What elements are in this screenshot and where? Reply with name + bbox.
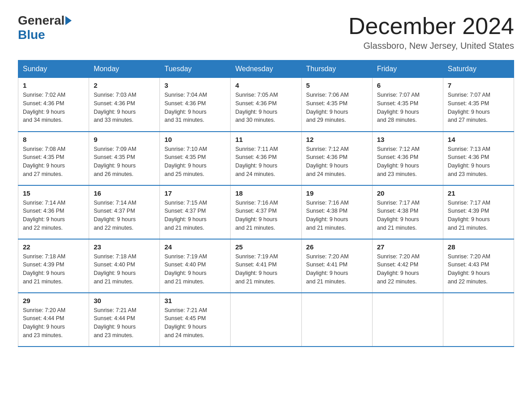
calendar-cell: 12 Sunrise: 7:12 AMSunset: 4:36 PMDaylig…: [301, 132, 372, 185]
day-info: Sunrise: 7:02 AMSunset: 4:36 PMDaylight:…: [23, 92, 65, 123]
calendar-cell: 23 Sunrise: 7:18 AMSunset: 4:40 PMDaylig…: [89, 239, 160, 293]
calendar-cell: 16 Sunrise: 7:14 AMSunset: 4:37 PMDaylig…: [89, 185, 160, 239]
day-number: 29: [23, 297, 84, 304]
day-info: Sunrise: 7:07 AMSunset: 4:35 PMDaylight:…: [377, 92, 420, 123]
day-info: Sunrise: 7:21 AMSunset: 4:45 PMDaylight:…: [164, 307, 207, 338]
day-info: Sunrise: 7:19 AMSunset: 4:40 PMDaylight:…: [164, 253, 207, 285]
day-number: 17: [164, 189, 226, 197]
day-number: 21: [448, 189, 509, 197]
calendar-week-row: 22 Sunrise: 7:18 AMSunset: 4:39 PMDaylig…: [18, 239, 514, 293]
calendar-cell: 21 Sunrise: 7:17 AMSunset: 4:39 PMDaylig…: [443, 185, 514, 239]
day-info: Sunrise: 7:08 AMSunset: 4:35 PMDaylight:…: [23, 146, 65, 177]
location: Glassboro, New Jersey, United States: [348, 41, 514, 51]
day-info: Sunrise: 7:16 AMSunset: 4:37 PMDaylight:…: [235, 200, 278, 231]
calendar-week-row: 29 Sunrise: 7:20 AMSunset: 4:44 PMDaylig…: [18, 293, 514, 347]
calendar-cell: [301, 293, 372, 347]
day-info: Sunrise: 7:17 AMSunset: 4:38 PMDaylight:…: [377, 200, 420, 231]
day-number: 30: [94, 297, 155, 304]
calendar-cell: [372, 293, 443, 347]
day-number: 3: [164, 81, 226, 89]
day-info: Sunrise: 7:12 AMSunset: 4:36 PMDaylight:…: [377, 146, 420, 177]
calendar-cell: 3 Sunrise: 7:04 AMSunset: 4:36 PMDayligh…: [160, 78, 231, 132]
day-number: 1: [23, 81, 84, 89]
calendar-header-friday: Friday: [372, 60, 443, 78]
day-number: 8: [23, 136, 84, 143]
day-number: 16: [94, 189, 155, 197]
logo-blue-text: Blue: [18, 28, 45, 42]
calendar-cell: 28 Sunrise: 7:20 AMSunset: 4:43 PMDaylig…: [443, 239, 514, 293]
calendar-cell: 1 Sunrise: 7:02 AMSunset: 4:36 PMDayligh…: [18, 78, 89, 132]
calendar-cell: 9 Sunrise: 7:09 AMSunset: 4:35 PMDayligh…: [89, 132, 160, 185]
calendar-cell: 24 Sunrise: 7:19 AMSunset: 4:40 PMDaylig…: [160, 239, 231, 293]
day-number: 22: [23, 243, 84, 251]
day-info: Sunrise: 7:14 AMSunset: 4:37 PMDaylight:…: [94, 200, 136, 231]
day-number: 9: [94, 136, 155, 143]
calendar-cell: [443, 293, 514, 347]
day-info: Sunrise: 7:20 AMSunset: 4:41 PMDaylight:…: [306, 253, 349, 285]
day-info: Sunrise: 7:11 AMSunset: 4:36 PMDaylight:…: [235, 146, 278, 177]
day-info: Sunrise: 7:20 AMSunset: 4:43 PMDaylight:…: [448, 253, 490, 285]
calendar-header-monday: Monday: [89, 60, 160, 78]
calendar-cell: 10 Sunrise: 7:10 AMSunset: 4:35 PMDaylig…: [160, 132, 231, 185]
day-info: Sunrise: 7:20 AMSunset: 4:42 PMDaylight:…: [377, 253, 420, 285]
day-number: 15: [23, 189, 84, 197]
month-title: December 2024: [348, 13, 514, 39]
day-number: 19: [306, 189, 368, 197]
calendar-cell: 6 Sunrise: 7:07 AMSunset: 4:35 PMDayligh…: [372, 78, 443, 132]
logo-arrow-icon: [65, 16, 72, 25]
calendar-header-thursday: Thursday: [301, 60, 372, 78]
day-number: 4: [235, 81, 296, 89]
day-number: 14: [448, 136, 509, 143]
day-info: Sunrise: 7:20 AMSunset: 4:44 PMDaylight:…: [23, 307, 65, 338]
calendar-cell: 26 Sunrise: 7:20 AMSunset: 4:41 PMDaylig…: [301, 239, 372, 293]
day-number: 20: [377, 189, 438, 197]
day-number: 13: [377, 136, 438, 143]
day-number: 11: [235, 136, 296, 143]
calendar-cell: 19 Sunrise: 7:16 AMSunset: 4:38 PMDaylig…: [301, 185, 372, 239]
day-number: 10: [164, 136, 226, 143]
calendar-table: SundayMondayTuesdayWednesdayThursdayFrid…: [18, 60, 514, 347]
calendar-header-row: SundayMondayTuesdayWednesdayThursdayFrid…: [18, 60, 514, 78]
calendar-week-row: 1 Sunrise: 7:02 AMSunset: 4:36 PMDayligh…: [18, 78, 514, 132]
day-info: Sunrise: 7:14 AMSunset: 4:36 PMDaylight:…: [23, 200, 65, 231]
day-number: 2: [94, 81, 155, 89]
calendar-cell: 5 Sunrise: 7:06 AMSunset: 4:35 PMDayligh…: [301, 78, 372, 132]
calendar-cell: [231, 293, 301, 347]
day-number: 6: [377, 81, 438, 89]
calendar-cell: 29 Sunrise: 7:20 AMSunset: 4:44 PMDaylig…: [18, 293, 89, 347]
day-info: Sunrise: 7:18 AMSunset: 4:39 PMDaylight:…: [23, 253, 65, 285]
day-info: Sunrise: 7:07 AMSunset: 4:35 PMDaylight:…: [448, 92, 490, 123]
day-info: Sunrise: 7:03 AMSunset: 4:36 PMDaylight:…: [94, 92, 136, 123]
calendar-cell: 4 Sunrise: 7:05 AMSunset: 4:36 PMDayligh…: [231, 78, 301, 132]
day-info: Sunrise: 7:13 AMSunset: 4:36 PMDaylight:…: [448, 146, 490, 177]
day-number: 5: [306, 81, 368, 89]
day-number: 27: [377, 243, 438, 251]
day-number: 7: [448, 81, 509, 89]
calendar-week-row: 8 Sunrise: 7:08 AMSunset: 4:35 PMDayligh…: [18, 132, 514, 185]
day-info: Sunrise: 7:06 AMSunset: 4:35 PMDaylight:…: [306, 92, 349, 123]
calendar-cell: 20 Sunrise: 7:17 AMSunset: 4:38 PMDaylig…: [372, 185, 443, 239]
day-info: Sunrise: 7:16 AMSunset: 4:38 PMDaylight:…: [306, 200, 349, 231]
calendar-cell: 25 Sunrise: 7:19 AMSunset: 4:41 PMDaylig…: [231, 239, 301, 293]
calendar-cell: 18 Sunrise: 7:16 AMSunset: 4:37 PMDaylig…: [231, 185, 301, 239]
day-info: Sunrise: 7:19 AMSunset: 4:41 PMDaylight:…: [235, 253, 278, 285]
day-number: 26: [306, 243, 368, 251]
day-number: 18: [235, 189, 296, 197]
calendar-cell: 17 Sunrise: 7:15 AMSunset: 4:37 PMDaylig…: [160, 185, 231, 239]
calendar-week-row: 15 Sunrise: 7:14 AMSunset: 4:36 PMDaylig…: [18, 185, 514, 239]
calendar-header-sunday: Sunday: [18, 60, 89, 78]
calendar-header-wednesday: Wednesday: [231, 60, 301, 78]
day-info: Sunrise: 7:21 AMSunset: 4:44 PMDaylight:…: [94, 307, 136, 338]
logo-general-text: General: [18, 13, 64, 28]
day-info: Sunrise: 7:04 AMSunset: 4:36 PMDaylight:…: [164, 92, 207, 123]
calendar-cell: 11 Sunrise: 7:11 AMSunset: 4:36 PMDaylig…: [231, 132, 301, 185]
day-info: Sunrise: 7:10 AMSunset: 4:35 PMDaylight:…: [164, 146, 207, 177]
day-number: 12: [306, 136, 368, 143]
day-number: 28: [448, 243, 509, 251]
calendar-header-saturday: Saturday: [443, 60, 514, 78]
calendar-cell: 13 Sunrise: 7:12 AMSunset: 4:36 PMDaylig…: [372, 132, 443, 185]
calendar-cell: 31 Sunrise: 7:21 AMSunset: 4:45 PMDaylig…: [160, 293, 231, 347]
calendar-header-tuesday: Tuesday: [160, 60, 231, 78]
calendar-cell: 8 Sunrise: 7:08 AMSunset: 4:35 PMDayligh…: [18, 132, 89, 185]
day-info: Sunrise: 7:12 AMSunset: 4:36 PMDaylight:…: [306, 146, 349, 177]
